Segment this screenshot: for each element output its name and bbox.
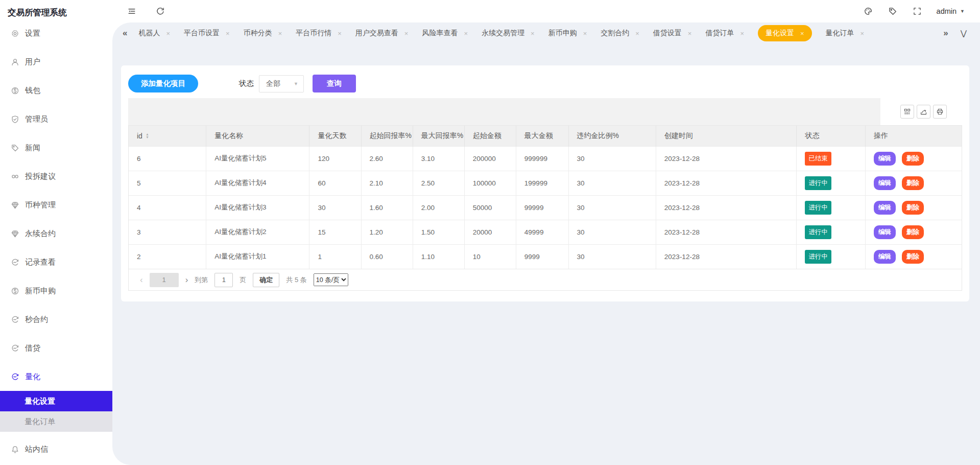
close-icon[interactable]: × xyxy=(338,30,342,37)
edit-button[interactable]: 编辑 xyxy=(874,176,896,190)
sidebar-item-messages[interactable]: 站内信 xyxy=(0,435,112,463)
status-badge: 进行中 xyxy=(805,176,831,190)
cell-actions: 编辑 删除 xyxy=(866,171,962,195)
sidebar-item[interactable]: 量化 xyxy=(0,362,112,391)
cell-penalty: 30 xyxy=(568,146,656,171)
cell-max-amount: 199999 xyxy=(516,171,568,195)
cell-created: 2023-12-28 xyxy=(656,244,797,269)
cell-name: AI量化储蓄计划5 xyxy=(206,146,309,171)
sidebar-item[interactable]: 借贷 xyxy=(0,334,112,362)
tab-label: 借贷订单 xyxy=(705,29,734,38)
close-icon[interactable]: × xyxy=(166,30,170,37)
confirm-page-button[interactable]: 确定 xyxy=(253,273,279,287)
close-icon[interactable]: × xyxy=(226,30,230,37)
goto-page-input[interactable] xyxy=(214,273,233,287)
table-row: 5 AI量化储蓄计划4 60 2.10 2.50 100000 199999 3… xyxy=(129,171,962,195)
cell-start-rate: 2.60 xyxy=(361,146,413,171)
sidebar-item[interactable]: 记录查看 xyxy=(0,248,112,276)
close-icon[interactable]: × xyxy=(635,30,639,37)
cell-days: 30 xyxy=(309,195,361,220)
next-page-icon[interactable]: › xyxy=(185,275,188,285)
cell-max-rate: 2.00 xyxy=(413,195,464,220)
sidebar-item-label: 站内信 xyxy=(25,445,48,454)
chevrons-right-icon[interactable]: » xyxy=(943,28,948,38)
sidebar-item[interactable]: 新闻 xyxy=(0,133,112,162)
sidebar-submenu-item[interactable]: 量化订单 xyxy=(0,411,112,432)
sidebar: 交易所管理系统 设置 用户 钱包 管理员 xyxy=(0,0,112,465)
cell-status: 进行中 xyxy=(797,195,866,220)
tab[interactable]: 平台币行情 × xyxy=(296,29,342,38)
tab[interactable]: 平台币设置 × xyxy=(184,29,230,38)
status-filter-select[interactable]: 全部 ▼ xyxy=(259,75,304,92)
tab[interactable]: 风险率查看 × xyxy=(422,29,468,38)
table-row: 3 AI量化储蓄计划2 15 1.20 1.50 20000 49999 30 … xyxy=(129,220,962,244)
sidebar-item[interactable]: 永续合约 xyxy=(0,219,112,248)
sidebar-item[interactable]: 投拆建议 xyxy=(0,162,112,191)
sort-icon[interactable]: ▲▼ xyxy=(146,133,149,139)
delete-button[interactable]: 删除 xyxy=(902,201,924,215)
sidebar-item[interactable]: 新币申购 xyxy=(0,276,112,305)
print-icon[interactable] xyxy=(933,105,947,119)
tab-label: 机器人 xyxy=(138,29,160,38)
sidebar-item[interactable]: 秒合约 xyxy=(0,305,112,334)
tab[interactable]: 新币申购 × xyxy=(548,29,587,38)
query-button[interactable]: 查询 xyxy=(313,75,356,92)
tab[interactable]: 交割合约 × xyxy=(601,29,639,38)
sidebar-item[interactable]: 用户 xyxy=(0,48,112,76)
prev-page-icon[interactable]: ‹ xyxy=(140,275,143,285)
chevron-down-icon[interactable]: ⋁ xyxy=(961,29,967,38)
close-icon[interactable]: × xyxy=(278,30,282,37)
tag-icon[interactable] xyxy=(888,6,898,16)
sidebar-item-icon xyxy=(10,372,19,381)
page-size-select[interactable]: 10 条/页 xyxy=(314,273,348,286)
delete-button[interactable]: 删除 xyxy=(902,176,924,190)
export-icon[interactable] xyxy=(917,105,930,119)
tab[interactable]: 量化订单 × xyxy=(826,29,865,38)
edit-button[interactable]: 编辑 xyxy=(874,250,896,264)
close-icon[interactable]: × xyxy=(800,30,804,37)
cell-start-amount: 10 xyxy=(464,244,516,269)
tab[interactable]: 量化设置 × xyxy=(758,25,812,41)
tab[interactable]: 借贷设置 × xyxy=(653,29,692,38)
close-icon[interactable]: × xyxy=(740,30,744,37)
edit-button[interactable]: 编辑 xyxy=(874,201,896,215)
fullscreen-icon[interactable] xyxy=(912,6,922,16)
user-dropdown[interactable]: admin ▼ xyxy=(937,7,965,15)
sidebar-item-icon xyxy=(10,258,19,267)
tab-label: 量化设置 xyxy=(766,29,794,38)
delete-button[interactable]: 删除 xyxy=(902,225,924,239)
sidebar-submenu-item[interactable]: 量化设置 xyxy=(0,391,112,411)
palette-icon[interactable] xyxy=(863,6,873,16)
close-icon[interactable]: × xyxy=(583,30,587,37)
close-icon[interactable]: × xyxy=(861,30,865,37)
close-icon[interactable]: × xyxy=(688,30,692,37)
pagination: ‹ 1 › 到第 页 确定 共 5 条 10 条/页 xyxy=(129,269,962,290)
sidebar-item[interactable]: 设置 xyxy=(0,19,112,48)
delete-button[interactable]: 删除 xyxy=(902,250,924,264)
close-icon[interactable]: × xyxy=(404,30,409,37)
edit-button[interactable]: 编辑 xyxy=(874,225,896,239)
close-icon[interactable]: × xyxy=(464,30,468,37)
columns-icon[interactable] xyxy=(900,105,914,119)
sidebar-item[interactable]: 钱包 xyxy=(0,76,112,105)
chevrons-left-icon[interactable]: « xyxy=(123,28,127,38)
delete-button[interactable]: 删除 xyxy=(902,152,924,166)
close-icon[interactable]: × xyxy=(531,30,535,37)
collapse-sidebar-icon[interactable] xyxy=(127,6,137,16)
cell-start-amount: 50000 xyxy=(464,195,516,220)
tab[interactable]: 机器人 × xyxy=(138,29,170,38)
edit-button[interactable]: 编辑 xyxy=(874,152,896,166)
tab[interactable]: 币种分类 × xyxy=(244,29,282,38)
current-page[interactable]: 1 xyxy=(150,273,179,287)
tab[interactable]: 永续交易管理 × xyxy=(482,29,535,38)
sidebar-item-label: 用户 xyxy=(25,57,40,67)
add-quant-project-button[interactable]: 添加量化项目 xyxy=(128,75,198,92)
col-header-id[interactable]: id ▲▼ xyxy=(129,126,206,146)
tab[interactable]: 用户交易查看 × xyxy=(355,29,409,38)
sidebar-item[interactable]: 管理员 xyxy=(0,105,112,133)
cell-actions: 编辑 删除 xyxy=(866,146,962,171)
cell-max-rate: 1.10 xyxy=(413,244,464,269)
refresh-icon[interactable] xyxy=(155,6,165,16)
sidebar-item[interactable]: 币种管理 xyxy=(0,191,112,219)
tab[interactable]: 借贷订单 × xyxy=(705,29,744,38)
